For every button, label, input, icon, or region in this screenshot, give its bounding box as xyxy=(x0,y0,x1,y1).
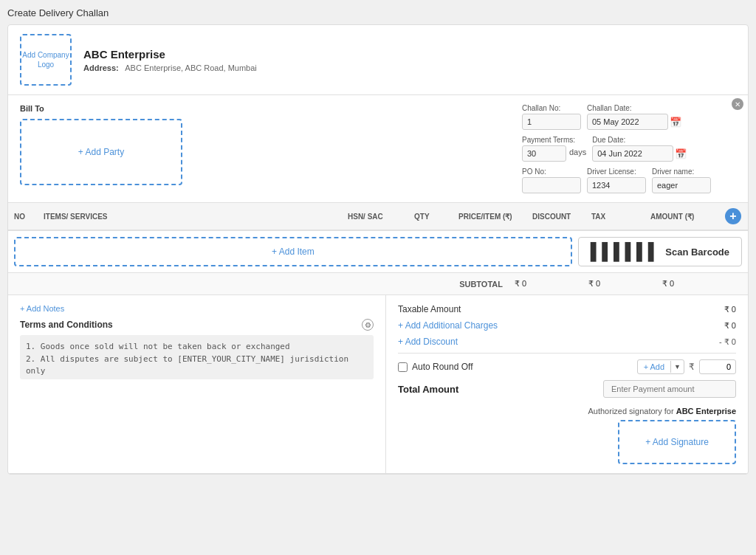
add-item-row: + Add Item ▌▌▌▌▌▌ Scan Barcode xyxy=(8,231,748,273)
add-column-button[interactable]: + xyxy=(725,208,741,224)
terms-settings-icon[interactable]: ⚙ xyxy=(362,319,374,331)
col-header-qty: QTY xyxy=(408,203,453,230)
challan-no-label: Challan No: xyxy=(522,104,581,112)
add-dropdown-arrow-icon[interactable]: ▼ xyxy=(670,361,684,373)
add-item-label: + Add Item xyxy=(272,247,315,257)
subtotal-amount-value: ₹ 0 xyxy=(662,279,736,289)
additional-charges-row: + Add Additional Charges ₹ 0 xyxy=(398,320,736,331)
po-no-input[interactable] xyxy=(522,177,581,193)
add-party-box[interactable]: + Add Party xyxy=(20,119,182,185)
challan-no-field: Challan No: xyxy=(522,104,581,130)
driver-name-label: Driver name: xyxy=(652,168,711,176)
col-header-add: + xyxy=(718,203,748,230)
terms-title: Terms and Conditions xyxy=(20,320,113,330)
add-charges-link[interactable]: + Add Additional Charges xyxy=(398,320,498,331)
company-address: Address: ABC Enterprise, ABC Road, Mumba… xyxy=(83,63,257,72)
subtotal-label: SUBTOTAL xyxy=(459,280,503,289)
taxable-amount-label: Taxable Amount xyxy=(398,304,461,314)
add-discount-value: - ₹ 0 xyxy=(719,337,736,347)
auto-round-off-label: Auto Round Off xyxy=(412,362,473,372)
due-date-field: Due Date: 📅 xyxy=(592,136,687,162)
items-section: NO ITEMS/ SERVICES HSN/ SAC QTY PRICE/IT… xyxy=(8,203,748,231)
close-icon[interactable]: ✕ xyxy=(732,98,743,110)
days-label: days xyxy=(569,148,586,160)
signature-box[interactable]: + Add Signature xyxy=(618,420,736,464)
scan-barcode-label: Scan Barcode xyxy=(665,247,729,258)
auth-signatory-text: Authorized signatory for ABC Enterprise xyxy=(588,407,736,416)
round-value-input[interactable] xyxy=(699,359,736,374)
driver-license-input[interactable] xyxy=(587,177,646,193)
col-header-items: ITEMS/ SERVICES xyxy=(38,203,342,230)
currency-symbol: ₹ xyxy=(687,362,696,372)
due-date-calendar-icon[interactable]: 📅 xyxy=(675,148,687,159)
bill-to-label: Bill To xyxy=(20,104,510,113)
challan-date-label: Challan Date: xyxy=(587,104,681,112)
due-date-input[interactable] xyxy=(592,145,673,162)
subtotal-row: SUBTOTAL ₹ 0 ₹ 0 ₹ 0 xyxy=(8,273,748,295)
totals-divider xyxy=(398,353,736,354)
auto-round-off-checkbox[interactable] xyxy=(398,362,408,372)
add-dropdown: + Add ▼ xyxy=(637,359,684,374)
driver-license-label: Driver License: xyxy=(587,168,646,176)
add-charges-value: ₹ 0 xyxy=(724,321,736,331)
challan-date-with-icon: 📅 xyxy=(587,114,681,130)
add-dropdown-button[interactable]: + Add xyxy=(638,360,670,373)
add-notes-link[interactable]: + Add Notes xyxy=(20,304,374,313)
notes-section: + Add Notes Terms and Conditions ⚙ 1. Go… xyxy=(8,295,386,473)
bottom-section: + Add Notes Terms and Conditions ⚙ 1. Go… xyxy=(8,295,748,474)
barcode-icon: ▌▌▌▌▌▌ xyxy=(591,242,660,261)
po-no-field: PO No: xyxy=(522,168,581,193)
payment-terms-row: Payment Terms: days Due Date: 📅 xyxy=(522,136,736,162)
col-header-no: NO xyxy=(8,203,38,230)
payment-terms-label: Payment Terms: xyxy=(522,136,586,144)
driver-license-field: Driver License: xyxy=(587,168,646,193)
add-discount-row: + Add Discount - ₹ 0 xyxy=(398,337,736,347)
challan-details: Challan No: Challan Date: 📅 ✕ xyxy=(522,104,736,193)
challan-no-date-row: Challan No: Challan Date: 📅 ✕ xyxy=(522,104,736,130)
items-table: NO ITEMS/ SERVICES HSN/ SAC QTY PRICE/IT… xyxy=(8,203,748,230)
auto-round-right: + Add ▼ ₹ xyxy=(637,359,736,374)
due-date-with-icon: 📅 xyxy=(592,145,687,162)
col-header-price: PRICE/ITEM (₹) xyxy=(453,203,526,230)
payment-terms-days-input[interactable] xyxy=(522,145,566,162)
main-card: Add Company Logo ABC Enterprise Address:… xyxy=(7,24,749,475)
signature-section: Authorized signatory for ABC Enterprise … xyxy=(398,407,736,464)
po-driver-row: PO No: Driver License: Driver name: xyxy=(522,168,736,193)
subtotal-tax-value: ₹ 0 xyxy=(588,279,662,289)
table-header-row: NO ITEMS/ SERVICES HSN/ SAC QTY PRICE/IT… xyxy=(8,203,748,230)
add-item-button[interactable]: + Add Item xyxy=(14,237,572,266)
po-no-label: PO No: xyxy=(522,168,581,176)
company-name: ABC Enterprise xyxy=(83,48,257,61)
col-header-tax: TAX xyxy=(585,203,645,230)
taxable-amount-row: Taxable Amount ₹ 0 xyxy=(398,304,736,314)
totals-section: Taxable Amount ₹ 0 + Add Additional Char… xyxy=(386,295,748,473)
company-logo-box[interactable]: Add Company Logo xyxy=(20,34,72,86)
terms-textarea[interactable]: 1. Goods once sold will not be taken bac… xyxy=(20,335,374,379)
taxable-amount-value: ₹ 0 xyxy=(724,305,736,314)
add-party-label: + Add Party xyxy=(78,147,124,157)
company-info: ABC Enterprise Address: ABC Enterprise, … xyxy=(83,48,257,72)
challan-date-calendar-icon[interactable]: 📅 xyxy=(670,117,681,128)
bill-to-area: Bill To + Add Party xyxy=(20,104,510,193)
add-signature-label: + Add Signature xyxy=(645,437,709,447)
total-amount-label: Total Amount xyxy=(398,384,458,395)
payment-terms-field: Payment Terms: days xyxy=(522,136,586,162)
col-header-discount: DISCOUNT xyxy=(526,203,585,230)
auto-round-off-row: Auto Round Off + Add ▼ ₹ xyxy=(398,359,736,374)
driver-name-field: Driver name: xyxy=(652,168,711,193)
driver-name-input[interactable] xyxy=(652,177,711,193)
scan-barcode-button[interactable]: ▌▌▌▌▌▌ Scan Barcode xyxy=(578,237,742,266)
address-label: Address: xyxy=(83,63,119,72)
payment-amount-input[interactable] xyxy=(603,380,736,398)
challan-date-field: Challan Date: 📅 xyxy=(587,104,681,130)
challan-date-input[interactable] xyxy=(587,114,668,130)
auto-round-left: Auto Round Off xyxy=(398,362,473,372)
company-header: Add Company Logo ABC Enterprise Address:… xyxy=(8,25,748,95)
challan-no-input[interactable] xyxy=(522,114,581,130)
col-header-amount: AMOUNT (₹) xyxy=(645,203,718,230)
add-discount-link[interactable]: + Add Discount xyxy=(398,337,458,347)
terms-header: Terms and Conditions ⚙ xyxy=(20,319,374,331)
subtotal-discount-value: ₹ 0 xyxy=(515,279,588,289)
col-header-hsn: HSN/ SAC xyxy=(342,203,408,230)
bill-section: Bill To + Add Party Challan No: Challan … xyxy=(8,95,748,203)
